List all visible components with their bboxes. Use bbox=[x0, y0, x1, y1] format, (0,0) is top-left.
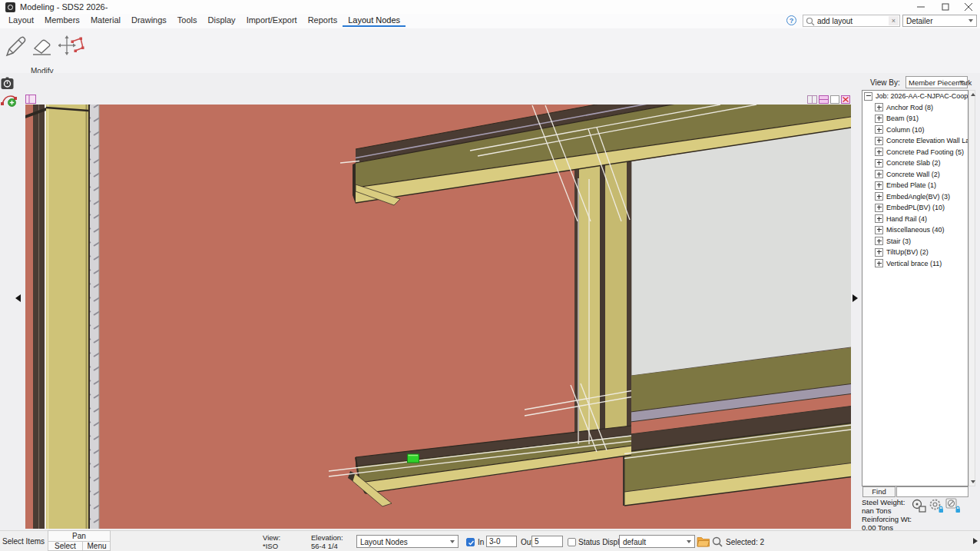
menu-layout-nodes[interactable]: Layout Nodes bbox=[343, 14, 406, 27]
expand-icon[interactable] bbox=[875, 125, 883, 134]
resize-grip-icon[interactable] bbox=[973, 538, 978, 544]
expand-icon[interactable] bbox=[875, 204, 883, 212]
expand-icon[interactable] bbox=[875, 115, 883, 123]
split-vertical-icon[interactable] bbox=[808, 96, 817, 104]
model-tree[interactable]: Job: 2026-AA-C-NJPAC-Cooperman- Anchor R… bbox=[862, 90, 968, 486]
pan-right-arrow[interactable] bbox=[853, 294, 858, 302]
elevation-value: 56-4 1/4 bbox=[311, 542, 338, 550]
title-bar: Modeling - SDS2 2026- bbox=[0, 0, 980, 14]
scroll-down-icon[interactable] bbox=[971, 480, 975, 483]
tree-item[interactable]: Column (10) bbox=[862, 124, 968, 136]
tree-item[interactable]: Embed Plate (1) bbox=[862, 180, 968, 191]
close-viewport-icon[interactable] bbox=[842, 96, 850, 104]
snapshot-icon[interactable] bbox=[1, 77, 15, 91]
tree-item-label: Concrete Slab (2) bbox=[886, 159, 941, 167]
role-dropdown[interactable]: Detailer bbox=[902, 15, 977, 27]
tree-scrollbar[interactable] bbox=[968, 90, 975, 486]
scroll-up-icon[interactable] bbox=[971, 93, 975, 96]
expand-icon[interactable] bbox=[875, 181, 883, 190]
tree-item-label: Embed Plate (1) bbox=[886, 181, 936, 189]
depth-in-input[interactable] bbox=[486, 536, 517, 547]
steel-weight-label: Steel Weight: bbox=[862, 498, 905, 506]
depth-out-input[interactable] bbox=[531, 536, 563, 547]
collapse-icon[interactable] bbox=[864, 92, 872, 101]
move-layout-node-tool[interactable] bbox=[58, 35, 84, 58]
tree-item[interactable]: TiltUp(BV) (2) bbox=[862, 247, 968, 258]
menu-import-export[interactable]: Import/Export bbox=[241, 14, 303, 27]
expand-icon[interactable] bbox=[875, 159, 883, 168]
menu-reports[interactable]: Reports bbox=[303, 14, 343, 27]
workspace: View By: Member Piecemark Job: 2026-AA-C… bbox=[0, 73, 980, 530]
tree-item[interactable]: Beam (91) bbox=[862, 113, 968, 124]
add-layout-node-icon[interactable] bbox=[0, 90, 18, 107]
left-column-member[interactable] bbox=[25, 105, 99, 529]
maximize-button[interactable] bbox=[934, 0, 957, 14]
tree-item[interactable]: Stair (3) bbox=[862, 236, 968, 247]
concrete-panel[interactable] bbox=[631, 128, 851, 376]
zoom-search-icon[interactable] bbox=[712, 536, 723, 548]
open-preset-folder-icon[interactable] bbox=[697, 535, 710, 548]
view-by-dropdown[interactable]: Member Piecemark bbox=[906, 76, 968, 88]
search-input[interactable] bbox=[817, 17, 885, 25]
draw-pencil-tool[interactable] bbox=[4, 35, 27, 58]
tree-item[interactable]: Hand Rail (4) bbox=[862, 214, 968, 225]
erase-tool[interactable] bbox=[31, 37, 53, 57]
chevron-down-icon bbox=[450, 540, 455, 543]
tree-item[interactable]: Miscellaneous (40) bbox=[862, 224, 968, 236]
split-horizontal-icon[interactable] bbox=[819, 96, 829, 104]
tree-item[interactable]: EmbedPL(BV) (10) bbox=[862, 202, 968, 214]
menu-members[interactable]: Members bbox=[39, 14, 85, 27]
expand-icon[interactable] bbox=[875, 214, 883, 223]
tree-item[interactable]: Concrete Wall (2) bbox=[862, 169, 968, 181]
status-display-checkbox[interactable] bbox=[568, 538, 576, 546]
display-preset-dropdown[interactable]: default bbox=[619, 535, 695, 548]
depth-check-checkbox[interactable] bbox=[466, 538, 475, 546]
tree-item[interactable]: Vertical brace (11) bbox=[862, 258, 968, 270]
find-input[interactable] bbox=[896, 486, 968, 497]
mode-dropdown[interactable]: Layout Nodes bbox=[356, 535, 459, 548]
mouse-hint-select: Select bbox=[48, 542, 82, 550]
expand-icon[interactable] bbox=[875, 259, 883, 267]
tree-root-label: Job: 2026-AA-C-NJPAC-Cooperman- bbox=[876, 92, 968, 100]
single-view-icon[interactable] bbox=[831, 96, 839, 104]
viewport-window-icon[interactable] bbox=[25, 95, 37, 105]
help-icon[interactable]: ? bbox=[786, 15, 796, 25]
expand-icon[interactable] bbox=[875, 148, 883, 156]
tree-item-label: Beam (91) bbox=[886, 115, 919, 122]
tree-root[interactable]: Job: 2026-AA-C-NJPAC-Cooperman- bbox=[862, 91, 968, 102]
expand-icon[interactable] bbox=[875, 237, 883, 245]
tree-item-label: Hand Rail (4) bbox=[886, 215, 927, 223]
settings-gear-locked-icon[interactable] bbox=[929, 498, 945, 515]
menu-layout[interactable]: Layout bbox=[3, 14, 39, 27]
minimize-button[interactable] bbox=[909, 0, 932, 14]
command-search-box[interactable]: × bbox=[803, 15, 900, 27]
tree-item[interactable]: Concrete Elevation Wall Layout ( bbox=[862, 135, 968, 147]
locate-piecemark-icon[interactable] bbox=[911, 498, 928, 515]
close-button[interactable] bbox=[957, 0, 980, 14]
find-button[interactable]: Find bbox=[862, 486, 896, 497]
tree-item-label: Anchor Rod (8) bbox=[886, 104, 933, 111]
expand-icon[interactable] bbox=[875, 226, 883, 234]
model-viewport[interactable] bbox=[25, 105, 851, 529]
menu-material[interactable]: Material bbox=[85, 14, 126, 27]
menu-drawings[interactable]: Drawings bbox=[126, 14, 172, 27]
tree-item[interactable]: EmbedAngle(BV) (3) bbox=[862, 191, 968, 203]
menu-tools[interactable]: Tools bbox=[172, 14, 203, 27]
disabled-option-locked-icon[interactable] bbox=[945, 498, 962, 515]
search-icon bbox=[806, 17, 815, 26]
menu-items: LayoutMembersMaterialDrawingsToolsDispla… bbox=[3, 14, 406, 28]
expand-icon[interactable] bbox=[875, 248, 883, 257]
tree-item[interactable]: Anchor Rod (8) bbox=[862, 102, 968, 114]
tree-item[interactable]: Concrete Slab (2) bbox=[862, 158, 968, 169]
pan-left-arrow[interactable] bbox=[15, 294, 21, 302]
expand-icon[interactable] bbox=[875, 170, 883, 178]
tree-item-label: Stair (3) bbox=[886, 237, 911, 245]
expand-icon[interactable] bbox=[875, 192, 883, 201]
clear-search-icon[interactable]: × bbox=[889, 16, 899, 25]
menu-display[interactable]: Display bbox=[203, 14, 241, 27]
expand-icon[interactable] bbox=[875, 103, 883, 111]
layout-node-selected[interactable] bbox=[408, 454, 419, 463]
expand-icon[interactable] bbox=[875, 137, 883, 145]
tree-item-label: EmbedPL(BV) (10) bbox=[886, 204, 945, 211]
tree-item[interactable]: Concrete Pad Footing (5) bbox=[862, 147, 968, 158]
